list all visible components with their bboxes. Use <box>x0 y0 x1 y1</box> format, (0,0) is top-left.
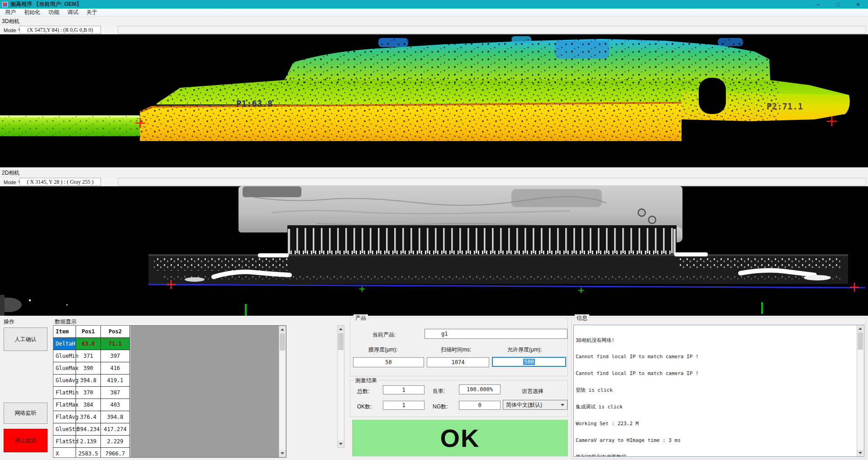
results-groupbox: 测量结果 总数: 1 良率: 100.000% 语言选择 OK数: 1 NG数:… <box>350 380 568 417</box>
maximize-button[interactable]: □ <box>828 0 848 9</box>
current-product-label: 当前产品: <box>372 331 396 339</box>
log-scrollbar[interactable] <box>857 325 864 456</box>
manual-confirm-button[interactable]: 人工确认 <box>4 327 48 351</box>
table-row[interactable]: FlatAvg 376.4 394.8 <box>53 411 130 423</box>
scroll-up-icon[interactable] <box>279 326 286 333</box>
p1-height-label: P1:63.8 <box>236 99 272 109</box>
menu-user[interactable]: 用户 <box>1 8 20 17</box>
application-window: 测高程序 【当前用户: OEM】 – □ × 用户 初始化 功能 调试 关于 3… <box>0 0 868 460</box>
scan-time-input[interactable]: 1074 <box>427 357 489 367</box>
table-row[interactable]: GlueMin 371 397 <box>53 350 130 362</box>
scroll-down-icon[interactable] <box>857 450 863 456</box>
scroll-down-icon[interactable] <box>279 450 286 457</box>
table-row[interactable]: FlatMax 384 403 <box>53 399 130 411</box>
camera3d-pixel-readout: (X 5473,Y 84) : (R 0,G 0,B 0) <box>19 26 101 34</box>
table-scrollbar[interactable] <box>279 326 286 457</box>
toolbar-empty-segment <box>118 178 866 186</box>
minimize-button[interactable]: – <box>808 0 828 9</box>
data-panel-scrollbar[interactable] <box>337 325 344 448</box>
camera2d-pixel-readout: ( X 3145, Y 28 ) : ( Gray 255 ) <box>19 178 101 186</box>
camera3d-toolbar: Mode (X 5473,Y 84) : (R 0,G 0,B 0) <box>0 25 868 34</box>
log-line: 等到3D取到灰度图数据。 <box>576 455 855 457</box>
product-groupbox: 产品 当前产品: g1 膜厚度(μm): 扫描时间ms: 允许厚度(μm): 5… <box>350 318 568 376</box>
ok-count-label: OK数: <box>357 403 372 411</box>
ng-count-input[interactable]: 0 <box>459 401 501 410</box>
total-label: 总数: <box>357 388 369 395</box>
measurement-table[interactable]: Item Pos1 Pos2 DeltaH 63.8 71.1 GlueMin … <box>53 325 286 458</box>
operation-panel-label: 操作 <box>2 318 16 326</box>
yield-label: 良率: <box>433 388 445 395</box>
table-row[interactable]: GlueAvg 394.8 419.1 <box>53 375 130 387</box>
camera3d-label: 3D相机 <box>2 18 19 25</box>
table-row[interactable]: X 2583.5 7966.7 <box>53 448 130 458</box>
menu-function[interactable]: 功能 <box>44 8 63 17</box>
log-line: Working Set : 223.2 M <box>576 421 855 427</box>
scroll-down-icon[interactable] <box>338 441 344 447</box>
app-icon <box>2 2 8 7</box>
toolbar-separator <box>116 179 116 185</box>
log-line: 登陆 is click <box>576 388 855 393</box>
title-bar: 测高程序 【当前用户: OEM】 – □ × <box>0 0 868 9</box>
current-product-input[interactable]: g1 <box>424 329 568 339</box>
camera3d-view[interactable]: P1:63.8 P2:71.1 <box>0 34 868 167</box>
toolbar-separator <box>103 179 104 185</box>
menu-about[interactable]: 关于 <box>82 8 101 17</box>
product-groupbox-label: 产品 <box>353 314 368 322</box>
toolbar-separator <box>116 27 116 33</box>
log-line: 集成调试 is click <box>576 404 855 410</box>
selected-text: 500 <box>523 359 535 365</box>
log-line: Cannot find local IP to match camera IP … <box>576 371 855 376</box>
menu-init[interactable]: 初始化 <box>20 8 44 17</box>
camera2d-grayscale-image <box>0 186 868 316</box>
camera3d-heightmap-image: P1:63.8 P2:71.1 <box>0 34 868 167</box>
log-lines: 3D相机没有网络! Cannot find local IP to match … <box>576 327 855 457</box>
table-row[interactable]: FlatMin 370 387 <box>53 387 130 399</box>
info-groupbox-label: 信息 <box>575 314 589 322</box>
camera2d-view[interactable] <box>0 186 868 316</box>
menu-bar: 用户 初始化 功能 调试 关于 <box>0 9 868 17</box>
data-panel-label: 数据显示 <box>53 318 78 326</box>
ng-count-label: NG数: <box>433 403 448 411</box>
chevron-down-icon <box>561 404 564 406</box>
stop-listen-button[interactable]: 停止监听 <box>4 429 48 452</box>
log-line: 3D相机没有网络! <box>576 338 855 343</box>
scroll-up-icon[interactable] <box>857 325 863 332</box>
language-label: 语言选择 <box>522 388 544 395</box>
table-row-deltah[interactable]: DeltaH 63.8 71.1 <box>53 338 130 350</box>
log-output[interactable]: 3D相机没有网络! Cannot find local IP to match … <box>573 325 864 457</box>
table-row[interactable]: GlueStd 394.234 417.274 <box>53 423 130 436</box>
language-select[interactable]: 简体中文(默认) <box>503 400 568 410</box>
toolbar-empty-segment <box>118 26 866 34</box>
camera2d-toolbar: Mode ( X 3145, Y 28 ) : ( Gray 255 ) <box>0 177 868 186</box>
scrollbar-thumb[interactable] <box>858 332 863 350</box>
scrollbar-thumb[interactable] <box>280 333 285 351</box>
scrollbar-thumb[interactable] <box>338 333 343 350</box>
table-header-row: Item Pos1 Pos2 <box>53 326 130 338</box>
film-thickness-input[interactable]: 50 <box>353 357 424 367</box>
p2-height-label: P2:71.1 <box>767 101 803 111</box>
allowed-thickness-input[interactable]: 500 <box>492 357 566 367</box>
total-input[interactable]: 1 <box>383 385 424 394</box>
camera2d-label: 2D相机 <box>2 169 19 177</box>
scroll-up-icon[interactable] <box>338 326 344 332</box>
log-line: Cannot find local IP to match camera IP … <box>576 354 855 360</box>
allowed-thickness-label: 允许厚度(μm): <box>507 346 542 354</box>
window-title: 测高程序 【当前用户: OEM】 <box>10 0 82 8</box>
yield-input[interactable]: 100.000% <box>459 384 501 394</box>
log-line: CameraV array to HImage time : 3 ms <box>576 438 855 443</box>
film-thickness-label: 膜厚度(μm): <box>368 346 397 354</box>
table-row[interactable]: FlatStd 2.139 2.229 <box>53 436 130 448</box>
results-groupbox-label: 测量结果 <box>353 377 379 384</box>
close-button[interactable]: × <box>848 0 868 9</box>
toolbar-separator <box>103 27 104 33</box>
network-listen-button[interactable]: 网络监听 <box>4 403 48 424</box>
ok-count-input[interactable]: 1 <box>383 401 424 410</box>
status-banner: OK <box>352 420 568 456</box>
table-row[interactable]: GlueMax 390 416 <box>53 362 130 375</box>
scan-time-label: 扫描时间ms: <box>441 346 471 354</box>
menu-debug[interactable]: 调试 <box>63 8 82 17</box>
